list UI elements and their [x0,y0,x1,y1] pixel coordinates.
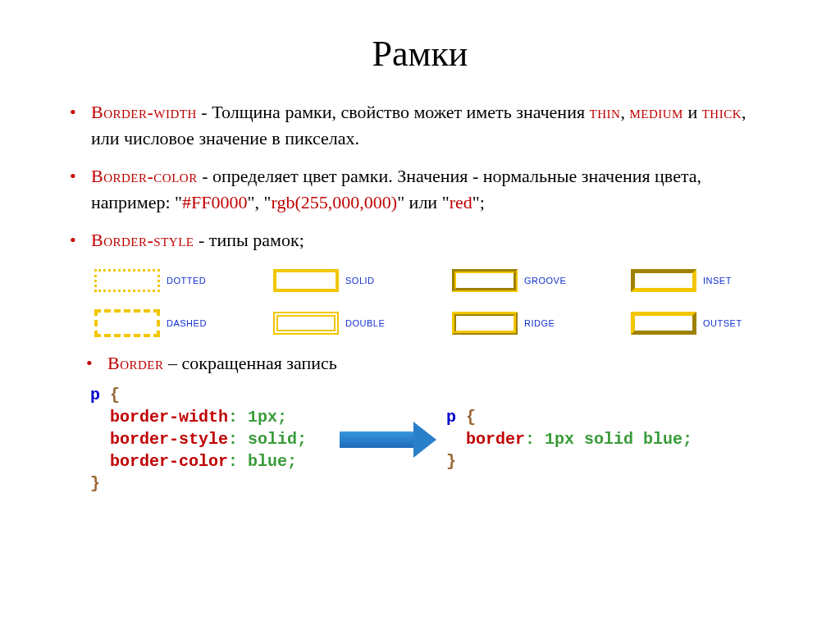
style-cell-dashed: dashed [94,309,258,337]
text: "; [472,192,485,212]
style-cell-dotted: dotted [94,269,258,292]
keyword-thick: thick [702,102,742,122]
example-rgb: rgb(255,000,000) [272,192,398,212]
style-cell-ridge: ridge [452,312,616,335]
example-hex: #FF0000 [182,192,247,212]
code-brace: { [456,408,476,427]
code-brace: } [90,474,100,493]
bullet-border-style: Border-style - типы рамок; [70,227,778,253]
code-selector: p [446,408,456,427]
code-prop: border-color [90,452,228,471]
swatch-label: inset [703,276,732,285]
swatch-label: double [345,318,385,328]
code-val: : solid; [228,430,307,449]
code-prop: border [446,430,525,449]
style-cell-inset: inset [631,269,795,292]
text: – сокращенная запись [164,353,337,373]
keyword-border-width: Border-width [91,102,197,122]
border-style-grid: dottedsolidgrooveinsetdasheddoubleridgeo… [94,264,795,340]
keyword-border-color: Border-color [91,166,198,186]
bullet-list: Border-width - Толщина рамки, свойство м… [45,99,795,253]
code-brace: } [446,452,456,471]
text: и [683,102,702,122]
code-val: : 1px solid blue; [525,430,692,449]
code-long-form: p { border-width: 1px; border-style: sol… [90,384,307,495]
code-prop: border-style [90,430,228,449]
swatch-double [273,312,339,335]
code-val: : 1px; [228,408,287,427]
swatch-label: ridge [524,318,555,328]
code-comparison: p { border-width: 1px; border-style: sol… [90,384,795,495]
code-selector: p [90,386,100,404]
swatch-solid [273,269,339,292]
bullet-border-color: Border-color - определяет цвет рамки. Зн… [70,163,778,216]
arrow-icon [323,411,430,468]
swatch-inset [631,269,696,292]
keyword-thin: thin [590,102,621,122]
swatch-label: dashed [167,318,207,328]
swatch-groove [452,269,518,292]
text: - Толщина рамки, свойство может иметь зн… [197,102,590,122]
bullet-border-shorthand: Border – сокращенная запись [86,353,778,374]
swatch-label: dotted [167,276,206,285]
style-cell-outset: outset [631,312,795,335]
style-cell-double: double [273,312,437,335]
swatch-ridge [452,312,518,335]
code-short-form: p { border: 1px solid blue; } [446,406,692,472]
keyword-medium: medium [629,102,683,122]
slide: Рамки Border-width - Толщина рамки, свой… [0,0,840,630]
keyword-border-style: Border-style [91,230,194,250]
example-named: red [450,192,472,212]
swatch-outset [631,312,696,335]
swatch-dotted [94,269,160,292]
swatch-label: groove [524,276,566,285]
text: - типы рамок; [194,230,304,250]
slide-title: Рамки [45,33,795,75]
swatch-dashed [94,309,160,337]
keyword-border: Border [107,353,164,373]
swatch-label: outset [703,318,742,328]
text: " или " [397,192,450,212]
bullet-list-2: Border – сокращенная запись [45,353,795,374]
style-cell-solid: solid [273,269,437,292]
code-prop: border-width [90,408,228,427]
bullet-border-width: Border-width - Толщина рамки, свойство м… [70,99,778,152]
swatch-label: solid [345,276,375,285]
code-val: : blue; [228,452,297,471]
text: ", " [248,192,272,212]
text: , [620,102,629,122]
style-cell-groove: groove [452,269,616,292]
code-brace: { [100,386,120,404]
